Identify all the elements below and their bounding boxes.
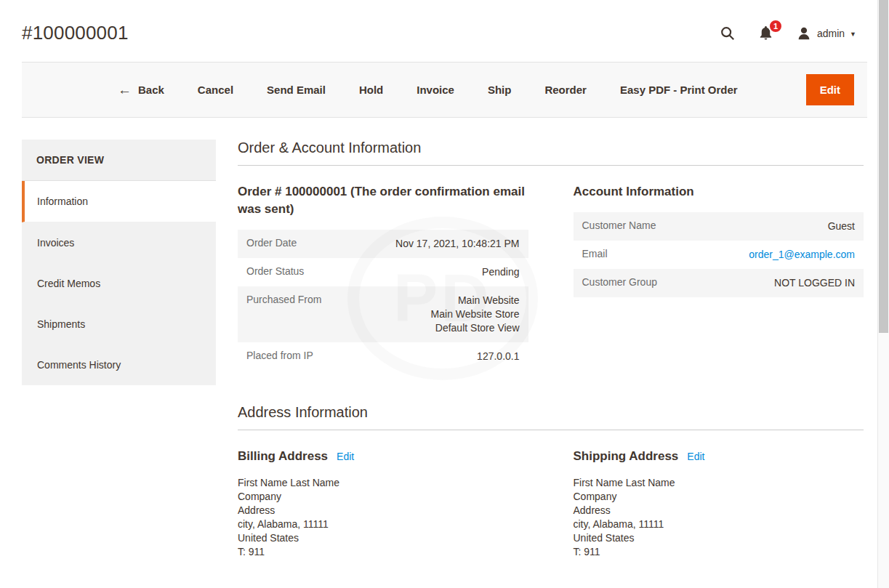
billing-address-title: Billing Address [238, 448, 328, 465]
header-actions: 1 admin ▼ [720, 25, 856, 41]
customer-email-link[interactable]: order_1@example.com [749, 249, 855, 260]
admin-user-menu[interactable]: admin ▼ [796, 25, 856, 41]
cancel-button[interactable]: Cancel [198, 84, 233, 96]
order-title: Order # 100000001 (The order confirmatio… [238, 183, 528, 218]
billing-address-edit-link[interactable]: Edit [337, 451, 354, 462]
order-view-sidebar: ORDER VIEW Information Invoices Credit M… [22, 140, 216, 385]
placed-from-ip-label: Placed from IP [238, 342, 360, 371]
shipping-address-block: Shipping Address Edit First Name Last Na… [574, 448, 864, 559]
table-row: Email order_1@example.com [574, 241, 864, 269]
ship-button[interactable]: Ship [488, 84, 512, 96]
table-row: Customer Group NOT LOGGED IN [574, 269, 864, 297]
shipping-address-edit-link[interactable]: Edit [687, 451, 704, 462]
user-name: admin [817, 28, 845, 39]
order-status-value: Pending [360, 258, 528, 286]
scrollbar-track[interactable] [877, 0, 889, 588]
order-info-table: Order Date Nov 17, 2021, 10:48:21 PM Ord… [238, 230, 528, 371]
table-row: Placed from IP 127.0.0.1 [238, 342, 528, 371]
page-title: #100000001 [22, 22, 129, 44]
order-date-label: Order Date [238, 230, 360, 258]
page-header: #100000001 1 admin ▼ [0, 0, 889, 62]
user-avatar-icon [796, 25, 812, 41]
search-icon[interactable] [720, 25, 736, 41]
billing-address-block: Billing Address Edit First Name Last Nam… [238, 448, 528, 559]
invoice-button[interactable]: Invoice [417, 84, 454, 96]
send-email-button[interactable]: Send Email [267, 84, 326, 96]
address-section-heading: Address Information [238, 404, 864, 430]
order-date-value: Nov 17, 2021, 10:48:21 PM [360, 230, 528, 258]
billing-address-lines: First Name Last Name Company Address cit… [238, 476, 528, 559]
table-row: Order Date Nov 17, 2021, 10:48:21 PM [238, 230, 528, 258]
sidebar-item-credit-memos[interactable]: Credit Memos [22, 263, 216, 304]
placed-from-ip-value: 127.0.0.1 [360, 342, 528, 371]
back-arrow-icon: ← [118, 83, 132, 97]
sidebar-item-invoices[interactable]: Invoices [22, 222, 216, 263]
account-info-table: Customer Name Guest Email order_1@exampl… [574, 212, 864, 297]
back-button[interactable]: ← Back [118, 83, 164, 97]
sidebar-item-comments-history[interactable]: Comments History [22, 345, 216, 385]
sidebar-item-shipments[interactable]: Shipments [22, 304, 216, 345]
table-row: Purchased From Main Website Main Website… [238, 286, 528, 342]
easy-pdf-print-order-button[interactable]: Easy PDF - Print Order [620, 84, 738, 96]
purchased-from-value: Main Website Main Website Store Default … [360, 286, 528, 342]
notifications-bell-icon[interactable]: 1 [757, 25, 774, 41]
order-information-block: Order # 100000001 (The order confirmatio… [238, 183, 528, 371]
sidebar-title: ORDER VIEW [22, 140, 216, 181]
account-information-title: Account Information [574, 183, 864, 201]
account-information-block: Account Information Customer Name Guest … [574, 183, 864, 371]
table-row: Customer Name Guest [574, 212, 864, 241]
order-status-label: Order Status [238, 258, 360, 286]
customer-name-value: Guest [695, 212, 864, 241]
table-row: Order Status Pending [238, 258, 528, 286]
sidebar-item-information[interactable]: Information [22, 181, 216, 222]
email-label: Email [574, 241, 696, 269]
shipping-address-lines: First Name Last Name Company Address cit… [574, 476, 864, 559]
chevron-down-icon: ▼ [850, 31, 856, 38]
customer-group-label: Customer Group [574, 269, 696, 297]
content-area: ORDER VIEW Information Invoices Credit M… [0, 118, 889, 559]
edit-button[interactable]: Edit [806, 74, 854, 105]
scrollbar-thumb[interactable] [879, 0, 888, 333]
reorder-button[interactable]: Reorder [544, 84, 587, 96]
shipping-address-title: Shipping Address [574, 448, 679, 465]
purchased-from-label: Purchased From [238, 286, 360, 342]
order-account-section-heading: Order & Account Information [238, 140, 864, 166]
address-information-section: Address Information Billing Address Edit… [238, 404, 864, 559]
notification-count-badge[interactable]: 1 [768, 19, 783, 33]
customer-name-label: Customer Name [574, 212, 696, 241]
page-actions-toolbar: ← Back Cancel Send Email Hold Invoice Sh… [22, 62, 867, 118]
main-panel: Order & Account Information Order # 1000… [238, 140, 864, 559]
customer-group-value: NOT LOGGED IN [695, 269, 864, 297]
hold-button[interactable]: Hold [359, 84, 383, 96]
